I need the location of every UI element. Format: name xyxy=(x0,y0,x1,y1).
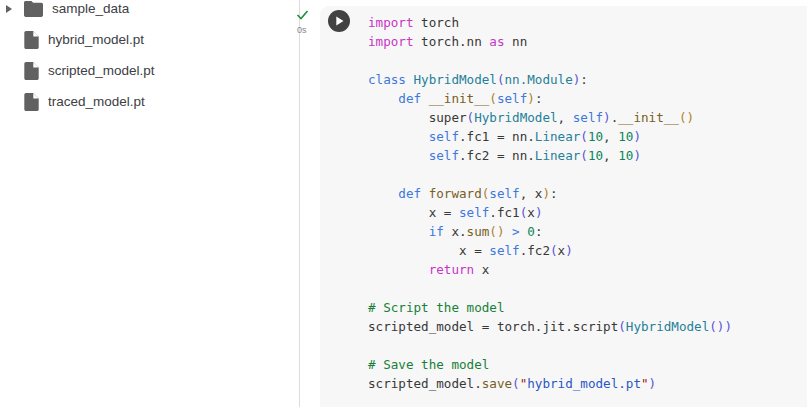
code-line: return x xyxy=(368,260,732,279)
code-line xyxy=(368,51,732,70)
code-line: scripted_model.save("hybrid_model.pt") xyxy=(368,374,732,393)
code-line: import torch.nn as nn xyxy=(368,32,732,51)
code-line: # Save the model xyxy=(368,355,732,374)
file-icon xyxy=(24,62,39,80)
file-icon xyxy=(24,31,39,49)
code-line: import torch xyxy=(368,13,732,32)
expand-arrow-icon[interactable] xyxy=(6,5,12,13)
code-line: x = self.fc1(x) xyxy=(368,203,732,222)
folder-icon xyxy=(24,1,43,17)
code-line xyxy=(368,165,732,184)
code-cell: import torchimport torch.nn as nn class … xyxy=(320,6,807,407)
tree-item-scripted_model.pt[interactable]: scripted_model.pt xyxy=(0,55,299,86)
code-editor[interactable]: import torchimport torch.nn as nn class … xyxy=(368,13,732,393)
run-cell-button[interactable] xyxy=(328,10,350,32)
code-line: scripted_model = torch.jit.script(Hybrid… xyxy=(368,317,732,336)
code-line: x = self.fc2(x) xyxy=(368,241,732,260)
play-icon xyxy=(328,10,350,32)
code-line: # Script the model xyxy=(368,298,732,317)
code-line xyxy=(368,279,732,298)
code-line: class HybridModel(nn.Module): xyxy=(368,70,732,89)
file-browser-panel: sample_datahybrid_model.ptscripted_model… xyxy=(0,0,299,407)
expand-arrow-slot xyxy=(0,5,24,13)
code-line: def forward(self, x): xyxy=(368,184,732,203)
tree-item-label: scripted_model.pt xyxy=(48,63,155,78)
code-line: super(HybridModel, self).__init__() xyxy=(368,108,732,127)
tree-item-traced_model.pt[interactable]: traced_model.pt xyxy=(0,86,299,117)
tree-item-hybrid_model.pt[interactable]: hybrid_model.pt xyxy=(0,24,299,55)
code-line: self.fc2 = nn.Linear(10, 10) xyxy=(368,146,732,165)
execution-status: 0s xyxy=(296,7,322,35)
colab-window: sample_datahybrid_model.ptscripted_model… xyxy=(0,0,807,407)
code-line: self.fc1 = nn.Linear(10, 10) xyxy=(368,127,732,146)
panel-divider xyxy=(299,0,300,407)
tree-item-sample_data[interactable]: sample_data xyxy=(0,0,299,24)
tree-item-label: hybrid_model.pt xyxy=(48,32,144,47)
code-line xyxy=(368,336,732,355)
tree-item-label: sample_data xyxy=(52,1,129,16)
file-tree: sample_datahybrid_model.ptscripted_model… xyxy=(0,0,299,117)
tree-item-label: traced_model.pt xyxy=(48,94,145,109)
execution-time: 0s xyxy=(296,25,322,35)
code-line: if x.sum() > 0: xyxy=(368,222,732,241)
check-icon xyxy=(296,8,309,21)
code-line: def __init__(self): xyxy=(368,89,732,108)
file-icon xyxy=(24,93,39,111)
